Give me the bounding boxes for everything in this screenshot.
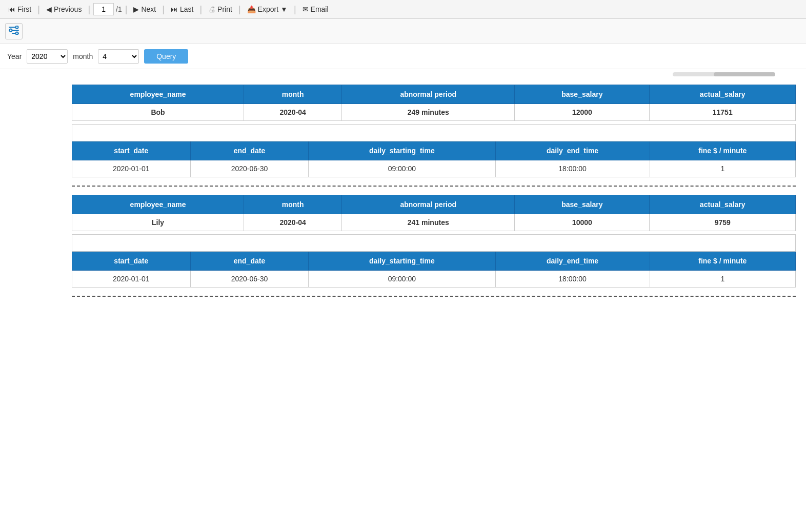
cell-base-salary-2: 10000 [515,214,650,231]
sliders-icon [9,28,19,36]
sub-cell-daily-start-2: 09:00:00 [309,271,495,288]
cell-abnormal-period-1: 249 minutes [342,104,515,121]
settings-button[interactable] [5,23,23,39]
working-rules-title-1: Working Rules from 2020-01-01 to 2020-06… [72,125,796,141]
settings-row [0,19,806,44]
col-header-actual-salary-2: actual_salary [650,195,796,214]
first-icon: ⏮ [8,5,15,13]
page-total: /1 [116,5,122,13]
col-header-month-1: month [244,85,342,104]
cell-base-salary-1: 12000 [515,104,650,121]
working-rules-title-2: Working Rules from 2020-01-01 to 2020-06… [72,235,796,252]
page-number-input[interactable] [93,3,114,15]
cell-month-1: 2020-04 [244,104,342,121]
first-label: First [17,5,31,13]
export-icon: 📤 [247,5,256,13]
print-label: Print [217,5,232,13]
month-select[interactable]: 4 [98,49,139,64]
email-icon: ✉ [303,5,309,13]
scroll-hint-bar[interactable] [673,72,775,76]
query-button[interactable]: Query [144,49,188,64]
sub-col-daily-start-2: daily_starting_time [309,252,495,271]
col-header-base-salary-2: base_salary [515,195,650,214]
year-label: Year [7,52,22,60]
col-header-abnormal-period-1: abnormal period [342,85,515,104]
record-block-1: employee_name month abnormal period base… [72,85,796,177]
section-divider-2 [72,296,796,297]
separator-6: | [238,5,241,14]
sub-cell-daily-end-2: 18:00:00 [495,271,650,288]
col-header-base-salary-1: base_salary [515,85,650,104]
sub-cell-fine-2: 1 [650,271,795,288]
sub-cell-end-date-2: 2020-06-30 [190,271,309,288]
sub-col-daily-end-2: daily_end_time [495,252,650,271]
last-icon: ⏭ [171,5,178,13]
svg-rect-0 [9,27,16,28]
col-header-employee-name-1: employee_name [72,85,244,104]
scroll-hint-thumb [714,72,775,76]
separator-1: | [37,5,40,14]
last-button[interactable]: ⏭ Last [168,3,196,15]
scroll-hint-bar-container [0,69,806,79]
filter-row: Year 2020 month 4 Query [0,44,806,69]
sub-col-fine-1: fine $ / minute [650,141,795,160]
svg-point-4 [10,29,12,32]
email-label: Email [311,5,329,13]
col-header-abnormal-period-2: abnormal period [342,195,515,214]
next-icon: ▶ [133,5,139,13]
sub-cell-start-date-1: 2020-01-01 [72,160,191,177]
sub-col-daily-end-1: daily_end_time [495,141,650,160]
col-header-month-2: month [244,195,342,214]
export-dropdown-icon: ▼ [280,5,288,13]
sub-cell-daily-end-1: 18:00:00 [495,160,650,177]
cell-employee-name-2: Lily [72,214,244,231]
sub-col-start-date-1: start_date [72,141,191,160]
separator-4: | [162,5,165,14]
export-button[interactable]: 📤 Export ▼ [244,3,291,15]
sub-col-start-date-2: start_date [72,252,191,271]
print-icon: 🖨 [208,5,215,13]
cell-abnormal-period-2: 241 minutes [342,214,515,231]
export-label: Export [258,5,278,13]
print-button[interactable]: 🖨 Print [205,3,235,15]
sub-col-daily-start-1: daily_starting_time [309,141,495,160]
col-header-actual-salary-1: actual_salary [650,85,796,104]
cell-actual-salary-2: 9759 [650,214,796,231]
record-block-2: employee_name month abnormal period base… [72,195,796,288]
table-row: Lily 2020-04 241 minutes 10000 9759 [72,214,796,231]
previous-button[interactable]: ◀ Previous [43,3,85,15]
sub-cell-end-date-1: 2020-06-30 [190,160,309,177]
employee-table-1: employee_name month abnormal period base… [72,85,796,121]
col-header-employee-name-2: employee_name [72,195,244,214]
toolbar: ⏮ First | ◀ Previous | /1 | ▶ Next | ⏭ L… [0,0,806,19]
svg-point-5 [16,32,18,35]
separator-3: | [125,5,128,14]
previous-label: Previous [54,5,82,13]
sub-col-end-date-2: end_date [190,252,309,271]
previous-icon: ◀ [46,5,52,13]
table-row: 2020-01-01 2020-06-30 09:00:00 18:00:00 … [72,271,796,288]
cell-month-2: 2020-04 [244,214,342,231]
year-select[interactable]: 2020 [27,49,68,64]
table-row: Bob 2020-04 249 minutes 12000 11751 [72,104,796,121]
separator-5: | [199,5,202,14]
next-button[interactable]: ▶ Next [130,3,159,15]
sub-col-end-date-1: end_date [190,141,309,160]
sub-cell-daily-start-1: 09:00:00 [309,160,495,177]
working-rules-table-2: Working Rules from 2020-01-01 to 2020-06… [72,234,796,288]
table-row: 2020-01-01 2020-06-30 09:00:00 18:00:00 … [72,160,796,177]
section-divider-1 [72,186,796,187]
sub-cell-start-date-2: 2020-01-01 [72,271,191,288]
month-label: month [73,52,93,60]
separator-7: | [294,5,296,14]
first-button[interactable]: ⏮ First [5,3,34,15]
working-rules-table-1: Working Rules from 2020-01-01 to 2020-06… [72,124,796,177]
sub-cell-fine-1: 1 [650,160,795,177]
next-label: Next [141,5,156,13]
email-button[interactable]: ✉ Email [299,3,332,15]
separator-2: | [88,5,90,14]
last-label: Last [180,5,193,13]
sub-col-fine-2: fine $ / minute [650,252,795,271]
employee-table-2: employee_name month abnormal period base… [72,195,796,231]
svg-point-3 [16,26,18,29]
